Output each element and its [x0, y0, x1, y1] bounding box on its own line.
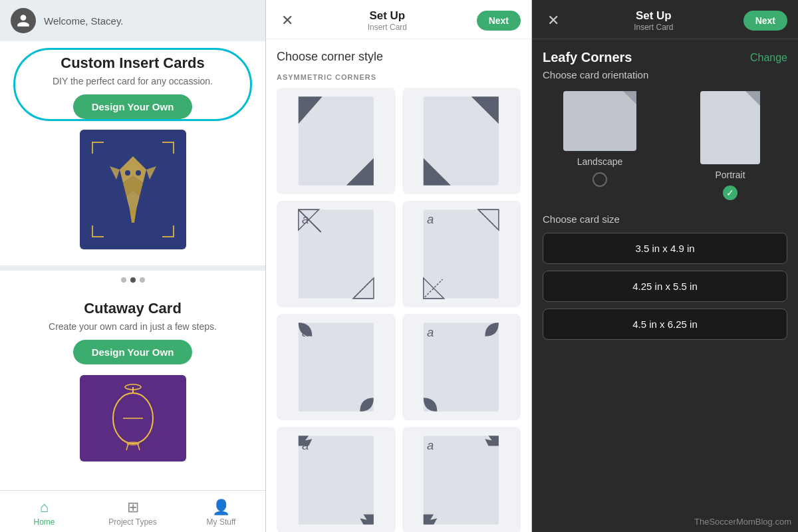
- corner-option-1[interactable]: [277, 88, 396, 194]
- leafy-corners-label: Leafy Corners: [543, 50, 632, 65]
- landscape-radio-row: [593, 172, 607, 187]
- portrait-preview: [700, 91, 760, 164]
- portrait-fold: [745, 91, 760, 106]
- setup-header: ✕ Set Up Insert Card Next: [266, 0, 531, 39]
- svg-rect-47: [299, 436, 374, 525]
- corner-options-grid: a a a: [266, 88, 531, 532]
- asymmetric-label: ASYMMETRIC CORNERS: [266, 69, 531, 88]
- panel3-content: Leafy Corners Change Choose card orienta…: [532, 39, 798, 532]
- home-header: Welcome, Stacey.: [0, 0, 265, 41]
- portrait-radio[interactable]: ✓: [723, 186, 737, 200]
- size-label: Choose card size: [543, 213, 787, 225]
- card1-subtitle: DIY the perfect card for any occassion.: [53, 76, 213, 86]
- dot-1: [121, 277, 126, 283]
- next-button[interactable]: Next: [477, 11, 521, 31]
- svg-text:a: a: [427, 325, 434, 339]
- svg-rect-1: [92, 142, 104, 143]
- portrait-option[interactable]: Portrait ✓: [673, 91, 787, 200]
- size-option-2[interactable]: 4.25 in x 5.5 in: [543, 271, 787, 302]
- dot-2: [130, 277, 136, 283]
- card2-subtitle: Create your own card in just a few steps…: [49, 321, 217, 332]
- svg-rect-2: [92, 142, 93, 154]
- corner-option-2[interactable]: [402, 88, 521, 194]
- change-link[interactable]: Change: [750, 52, 787, 64]
- design-your-own-btn-2[interactable]: Design Your Own: [73, 340, 193, 364]
- nav-project-types[interactable]: ⊞ Project Types: [88, 496, 177, 529]
- size-option-1[interactable]: 3.5 in x 4.9 in: [543, 233, 787, 264]
- card1-image: [80, 130, 186, 249]
- custom-insert-section: Custom Insert Cards DIY the perfect card…: [0, 41, 265, 265]
- svg-text:a: a: [427, 212, 434, 226]
- portrait-label: Portrait: [715, 170, 745, 180]
- landscape-preview: [563, 91, 636, 151]
- svg-point-15: [125, 170, 130, 176]
- nav-my-stuff[interactable]: 👤 My Stuff: [177, 496, 265, 529]
- next-button-dark[interactable]: Next: [743, 11, 787, 31]
- corner-option-6[interactable]: a: [402, 314, 521, 420]
- setup-header-dark: ✕ Set Up Insert Card Next: [532, 0, 798, 39]
- svg-rect-8: [173, 225, 174, 237]
- svg-rect-37: [424, 209, 499, 299]
- cutaway-section: Cutaway Card Create your own card in jus…: [0, 287, 265, 490]
- person-icon: 👤: [212, 499, 230, 516]
- svg-point-16: [136, 170, 141, 176]
- close-button[interactable]: ✕: [277, 10, 298, 31]
- setup-subtitle: Insert Card: [368, 23, 407, 32]
- header-center-dark: Set Up Insert Card: [634, 9, 673, 32]
- bottom-nav: ⌂ Home ⊞ Project Types 👤 My Stuff: [0, 490, 265, 532]
- welcome-text: Welcome, Stacey.: [44, 15, 124, 27]
- dot-3: [140, 277, 145, 283]
- setup-title-dark: Set Up: [634, 9, 673, 23]
- svg-rect-49: [424, 436, 499, 525]
- close-icon: ✕: [281, 12, 293, 29]
- svg-rect-31: [299, 209, 374, 299]
- landscape-label: Landscape: [577, 156, 623, 167]
- svg-rect-7: [162, 236, 174, 237]
- corner-option-5[interactable]: a: [277, 314, 396, 420]
- corner-option-3[interactable]: a: [277, 201, 396, 307]
- header-center: Set Up Insert Card: [368, 9, 407, 32]
- nav-home[interactable]: ⌂ Home: [0, 496, 88, 529]
- close-button-dark[interactable]: ✕: [543, 10, 564, 31]
- design-your-own-btn-1[interactable]: Design Your Own: [73, 94, 193, 119]
- svg-rect-6: [92, 225, 93, 237]
- home-icon: ⌂: [40, 499, 49, 516]
- grid-icon: ⊞: [127, 499, 139, 516]
- close-icon-dark: ✕: [547, 12, 559, 29]
- size-option-3[interactable]: 4.5 in x 6.25 in: [543, 309, 787, 340]
- corner-style-heading: Choose corner style: [266, 39, 531, 69]
- card1-title: Custom Insert Cards: [61, 55, 204, 72]
- nav-stuff-label: My Stuff: [207, 517, 236, 527]
- panel-setup-corner: ✕ Set Up Insert Card Next Choose corner …: [266, 0, 532, 532]
- leafy-row: Leafy Corners Change: [543, 50, 787, 65]
- orientation-label: Choose card orientation: [543, 69, 787, 80]
- corner-option-7[interactable]: a: [277, 427, 396, 532]
- nav-home-label: Home: [33, 517, 55, 527]
- watermark: TheSoccerMomBlog.com: [694, 517, 791, 527]
- svg-rect-4: [173, 142, 174, 154]
- panel-home: Welcome, Stacey. Custom Insert Cards DIY…: [0, 0, 266, 532]
- setup-title: Set Up: [368, 9, 407, 23]
- svg-rect-5: [92, 236, 104, 237]
- avatar: [11, 8, 36, 33]
- corner-option-4[interactable]: a: [402, 201, 521, 307]
- nav-project-label: Project Types: [108, 517, 156, 527]
- landscape-option[interactable]: Landscape: [543, 91, 657, 200]
- landscape-radio[interactable]: [593, 172, 607, 187]
- orientation-options: Landscape Portrait ✓: [543, 91, 787, 200]
- carousel-dots: [0, 271, 265, 287]
- svg-text:a: a: [427, 438, 434, 452]
- corner-option-8[interactable]: a: [402, 427, 521, 532]
- portrait-radio-row: ✓: [723, 186, 737, 200]
- card2-title: Cutaway Card: [84, 300, 182, 317]
- setup-subtitle-dark: Insert Card: [634, 23, 673, 32]
- svg-rect-3: [162, 142, 174, 143]
- panel-setup-orientation: ✕ Set Up Insert Card Next Leafy Corners …: [532, 0, 798, 532]
- card2-image: [80, 375, 186, 462]
